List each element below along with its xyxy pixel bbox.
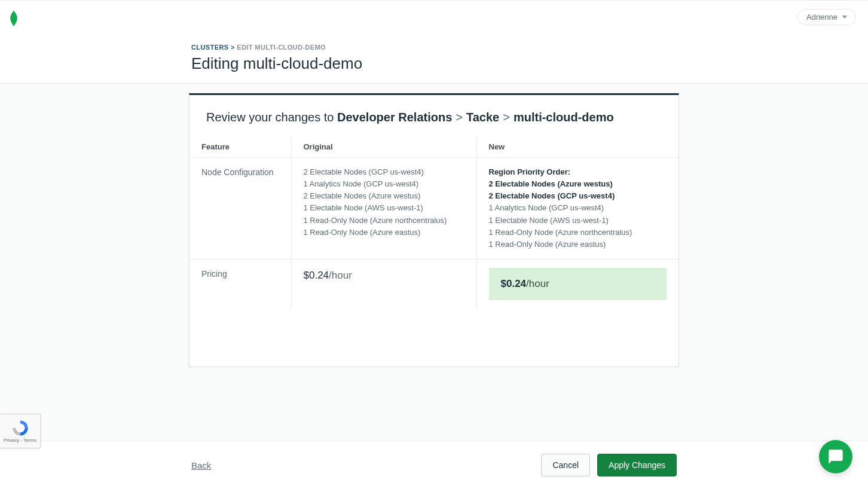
cancel-button[interactable]: Cancel [541,454,590,476]
recaptcha-badge[interactable]: Privacy - Terms [0,414,41,448]
column-header-new: New [476,136,678,158]
table-row-pricing: Pricing $0.24/hour $0.24/hour [190,259,678,308]
recaptcha-icon [12,420,29,436]
breadcrumb-current: EDIT MULTI-CLOUD-DEMO [237,44,326,51]
mongodb-leaf-icon[interactable] [10,10,18,29]
new-node-config: Region Priority Order: 2 Electable Nodes… [476,158,678,259]
column-header-original: Original [291,136,476,158]
original-node-config: 2 Electable Nodes (GCP us-west4) 1 Analy… [291,158,476,259]
back-link[interactable]: Back [191,460,211,470]
footer-bar: Back Cancel Apply Changes [0,441,868,489]
user-name: Adrienne [806,13,838,22]
feature-name: Node Configuration [190,158,291,259]
chat-icon [827,448,844,465]
apply-changes-button[interactable]: Apply Changes [597,454,677,476]
changes-table: Feature Original New Node Configuration … [190,136,678,308]
column-header-feature: Feature [190,136,291,158]
table-row-node-config: Node Configuration 2 Electable Nodes (GC… [190,158,678,259]
review-changes-heading: Review your changes to Developer Relatio… [190,95,678,136]
user-menu-dropdown[interactable]: Adrienne [797,9,856,25]
breadcrumb-separator: > [231,44,237,51]
original-pricing: $0.24/hour [291,259,476,308]
page-title: Editing multi-cloud-demo [191,54,362,73]
breadcrumb: CLUSTERS > EDIT MULTI-CLOUD-DEMO [191,44,362,51]
review-changes-panel: Review your changes to Developer Relatio… [189,93,679,367]
feature-name: Pricing [190,259,291,308]
new-pricing: $0.24/hour [476,259,678,308]
breadcrumb-clusters-link[interactable]: CLUSTERS [191,44,228,51]
chat-widget-button[interactable] [819,440,852,473]
chevron-down-icon [842,16,847,19]
